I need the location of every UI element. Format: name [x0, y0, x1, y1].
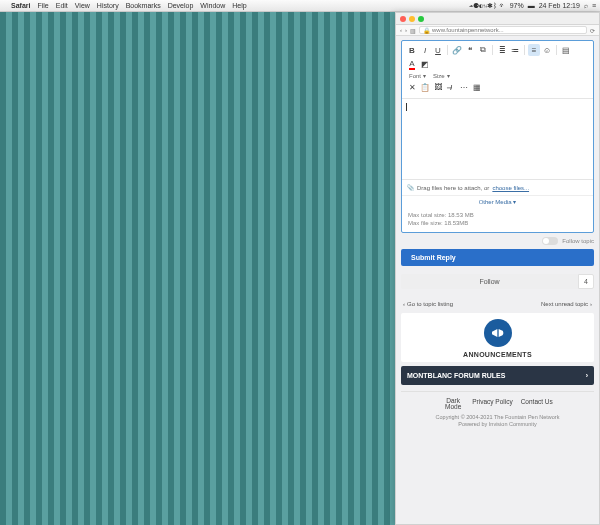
font-select[interactable]: Font ▾	[406, 72, 429, 79]
other-media-button[interactable]: Other Media ▾	[402, 195, 593, 207]
page-footer: Dark Mode Privacy Policy Contact Us Copy…	[401, 391, 594, 430]
lock-icon: 🔒	[423, 27, 430, 34]
bold-icon[interactable]: B	[406, 44, 418, 56]
list-ol-icon[interactable]: ≔	[509, 44, 521, 56]
follower-count[interactable]: 4	[578, 274, 594, 289]
menu-develop[interactable]: Develop	[168, 2, 194, 9]
reply-editor: B I U 🔗 ❝ ⧉ ≣ ≔ ≡ ☺ ▤	[401, 40, 594, 233]
attach-text: Drag files here to attach, or	[417, 185, 489, 191]
bgcolor-icon[interactable]: ◩	[419, 58, 431, 70]
chevron-right-icon: ›	[586, 372, 588, 379]
safari-window: ‹ › ▥ 🔒 www.fountainpennetwork... ⟳ B I …	[395, 12, 600, 525]
underline-icon[interactable]: U	[432, 44, 444, 56]
desktop: ‹ › ▥ 🔒 www.fountainpennetwork... ⟳ B I …	[0, 12, 600, 525]
minimize-icon[interactable]	[409, 16, 415, 22]
code-icon[interactable]: ⧉	[477, 44, 489, 56]
menu-window[interactable]: Window	[200, 2, 225, 9]
status-icons: ☁⚈◐⇅✱ᛒ ᯤ	[469, 2, 506, 10]
more-icon[interactable]: ⋯	[458, 81, 470, 93]
submit-reply-button[interactable]: Submit Reply	[401, 249, 594, 266]
copyright-text: Copyright © 2004-2021 The Fountain Pen N…	[403, 414, 592, 421]
menu-history[interactable]: History	[97, 2, 119, 9]
insert-icon[interactable]: ▦	[471, 81, 483, 93]
topic-nav: ‹ Go to topic listing Next unread topic …	[401, 295, 594, 313]
clipboard-icon[interactable]: 📋	[419, 81, 431, 93]
search-icon[interactable]: ⌕	[584, 2, 588, 9]
separator	[556, 45, 557, 55]
menu-edit[interactable]: Edit	[56, 2, 68, 9]
italic-icon[interactable]: I	[419, 44, 431, 56]
preview-icon[interactable]: ▤	[560, 44, 572, 56]
align-icon[interactable]: ≡	[528, 44, 540, 56]
window-titlebar[interactable]	[396, 13, 599, 25]
strike-icon[interactable]: I̶	[445, 81, 457, 93]
browser-toolbar: ‹ › ▥ 🔒 www.fountainpennetwork... ⟳	[396, 25, 599, 36]
privacy-link[interactable]: Privacy Policy	[472, 398, 512, 411]
separator	[447, 45, 448, 55]
zoom-icon[interactable]	[418, 16, 424, 22]
separator	[524, 45, 525, 55]
dark-mode-link[interactable]: Dark Mode	[442, 398, 464, 411]
menu-view[interactable]: View	[75, 2, 90, 9]
follow-bar: Follow 4	[401, 274, 594, 289]
macos-menubar: Safari File Edit View History Bookmarks …	[0, 0, 600, 12]
max-total: Max total size: 18.53 MB	[408, 211, 587, 219]
follow-label: Follow topic	[562, 238, 594, 244]
separator	[492, 45, 493, 55]
announcements-heading: ANNOUNCEMENTS	[405, 351, 590, 358]
paperclip-icon: 📎	[407, 184, 414, 191]
remove-format-icon[interactable]: ✕	[406, 81, 418, 93]
forward-icon[interactable]: ›	[405, 27, 407, 33]
editor-textarea[interactable]	[402, 99, 593, 179]
image-icon[interactable]: 🖼	[432, 81, 444, 93]
close-icon[interactable]	[400, 16, 406, 22]
editor-toolbar: B I U 🔗 ❝ ⧉ ≣ ≔ ≡ ☺ ▤	[402, 41, 593, 99]
menu-help[interactable]: Help	[232, 2, 246, 9]
reload-icon[interactable]: ⟳	[590, 27, 595, 34]
follow-button[interactable]: Follow	[401, 274, 578, 289]
follow-topic-row: Follow topic	[401, 237, 594, 245]
menu-icon[interactable]: ≡	[592, 2, 596, 9]
announcements-card: ANNOUNCEMENTS	[401, 313, 594, 362]
megaphone-icon	[484, 319, 512, 347]
max-file: Max file size: 18.53MB	[408, 219, 587, 227]
battery-icon: ▬	[528, 2, 535, 9]
menu-file[interactable]: File	[37, 2, 48, 9]
upload-limits: Max total size: 18.53 MB Max file size: …	[402, 207, 593, 232]
contact-link[interactable]: Contact Us	[521, 398, 553, 411]
url-field[interactable]: 🔒 www.fountainpennetwork...	[419, 26, 587, 34]
back-icon[interactable]: ‹	[400, 27, 402, 33]
link-icon[interactable]: 🔗	[451, 44, 463, 56]
page-content: B I U 🔗 ❝ ⧉ ≣ ≔ ≡ ☺ ▤	[396, 36, 599, 524]
attachment-bar[interactable]: 📎 Drag files here to attach, or choose f…	[402, 179, 593, 195]
battery-pct: 97%	[510, 2, 524, 9]
list-ul-icon[interactable]: ≣	[496, 44, 508, 56]
follow-toggle[interactable]	[542, 237, 558, 245]
emoji-icon[interactable]: ☺	[541, 44, 553, 56]
menu-bookmarks[interactable]: Bookmarks	[126, 2, 161, 9]
back-to-listing-link[interactable]: ‹ Go to topic listing	[403, 301, 453, 307]
url-text: www.fountainpennetwork...	[432, 27, 504, 33]
textcolor-icon[interactable]: A	[406, 58, 418, 70]
forum-rules-link[interactable]: MONTBLANC FORUM RULES ›	[401, 366, 594, 385]
clock: 24 Feb 12:19	[539, 2, 580, 9]
app-name[interactable]: Safari	[11, 2, 30, 9]
sidebar-icon[interactable]: ▥	[410, 27, 416, 34]
next-unread-link[interactable]: Next unread topic ›	[541, 301, 592, 307]
powered-text: Powered by Invision Community	[403, 421, 592, 428]
quote-icon[interactable]: ❝	[464, 44, 476, 56]
text-cursor	[406, 103, 407, 111]
size-select[interactable]: Size ▾	[430, 72, 453, 79]
choose-files-link[interactable]: choose files...	[492, 185, 529, 191]
